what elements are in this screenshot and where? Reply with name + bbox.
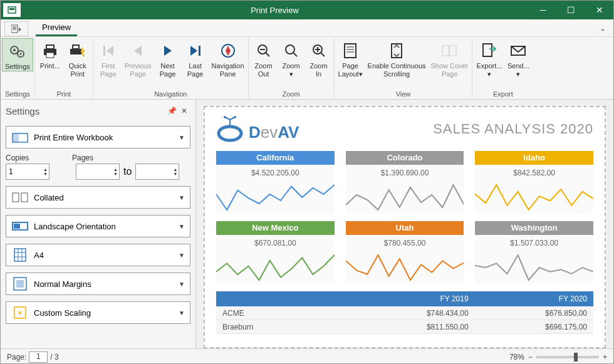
pin-button[interactable]: 📌 (165, 107, 178, 115)
prev-page-icon (128, 41, 148, 61)
data-table: FY 2019 FY 2020 ACME$748.434,00$676.850,… (216, 291, 593, 334)
card-header: California (216, 151, 335, 165)
last-page-button[interactable]: Last Page (182, 38, 209, 78)
maximize-button[interactable]: ☐ (557, 1, 585, 19)
svg-rect-13 (70, 49, 81, 55)
page-layout-button[interactable]: Page Layout▾ (336, 38, 365, 78)
zoom-minus-button[interactable]: − (528, 353, 533, 361)
pages-from-input[interactable]: ▲▼ (76, 164, 120, 180)
zoom-out-button[interactable]: Zoom Out (250, 38, 278, 78)
tab-preview[interactable]: Preview (36, 20, 77, 36)
card-sparkline (475, 251, 593, 284)
svg-rect-39 (21, 193, 28, 202)
logo: DevAV (216, 116, 299, 142)
zoom-slider[interactable] (536, 356, 599, 358)
to-label: to (123, 166, 132, 177)
send-button[interactable]: Send...▾ (504, 38, 532, 78)
card-sparkline (475, 181, 593, 214)
navigation-pane-button[interactable]: Navigation Pane (209, 38, 247, 78)
state-card: New Mexico$670.081,00 (216, 221, 335, 284)
settings-panel: Settings 📌 ✕ Print Entire Workbook ▼ Cop… (1, 100, 196, 348)
statusbar: Page: 1 / 3 78% − + (1, 348, 613, 364)
collated-select[interactable]: Collated▼ (6, 186, 190, 209)
paper-size-select[interactable]: A4▼ (6, 244, 190, 266)
card-sparkline (346, 251, 464, 284)
margins-select[interactable]: Normal Margins▼ (6, 273, 190, 295)
quick-print-button[interactable]: Quick Print (64, 38, 91, 78)
print-button[interactable]: Print... (36, 38, 64, 70)
ribbon-tabs: Preview ⌃ (1, 19, 613, 37)
svg-point-7 (13, 49, 16, 51)
document-menu-button[interactable] (4, 21, 28, 36)
close-panel-button[interactable]: ✕ (178, 107, 190, 115)
export-button[interactable]: Export...▾ (474, 38, 504, 78)
close-button[interactable]: ✕ (585, 1, 613, 19)
svg-rect-15 (103, 46, 105, 56)
next-page-button[interactable]: Next Page (154, 38, 182, 78)
state-card: Washington$1.507.033,00 (475, 221, 593, 284)
group-zoom: Zoom Out Zoom▾ Zoom In Zoom (249, 37, 335, 99)
window-title: Print Preview (21, 6, 529, 15)
logo-icon (216, 116, 246, 142)
svg-rect-42 (14, 249, 26, 261)
pages-to-input[interactable]: ▲▼ (135, 164, 179, 180)
zoom-out-icon (254, 41, 274, 61)
page-icon (340, 41, 360, 61)
svg-rect-38 (13, 193, 19, 202)
workarea: Settings 📌 ✕ Print Entire Workbook ▼ Cop… (1, 100, 613, 348)
svg-rect-14 (73, 45, 79, 49)
pages-label: Pages (72, 153, 93, 162)
card-value: $780.455,00 (346, 235, 464, 251)
card-value: $1.390.690,00 (346, 165, 464, 181)
chevron-down-icon: ▼ (179, 134, 185, 141)
minimize-button[interactable]: ─ (529, 1, 557, 19)
state-card: Colorado$1.390.690,00 (346, 151, 464, 214)
svg-line-22 (293, 53, 297, 56)
zoom-plus-button[interactable]: + (603, 353, 607, 361)
page-number-input[interactable]: 1 (29, 351, 48, 363)
copies-label: Copies (6, 153, 72, 162)
svg-line-24 (321, 53, 325, 56)
scaling-select[interactable]: Custom Scaling▼ (6, 301, 190, 324)
print-scope-select[interactable]: Print Entire Workbook ▼ (6, 126, 190, 148)
collated-icon (11, 190, 29, 205)
scaling-icon (11, 305, 29, 320)
svg-rect-48 (16, 280, 24, 288)
show-cover-page-button[interactable]: Show Cover Page (429, 38, 471, 78)
svg-rect-11 (46, 45, 54, 49)
group-label-view: View (335, 89, 472, 99)
card-sparkline (216, 181, 335, 214)
group-print: Print... Quick Print Print (35, 37, 93, 99)
cover-page-icon (439, 41, 459, 61)
card-header: Idaho (475, 151, 593, 165)
svg-rect-41 (14, 224, 20, 229)
group-settings: Settings Settings (1, 37, 35, 99)
compass-icon (218, 41, 238, 61)
continuous-scrolling-button[interactable]: Enable Continuous Scrolling (365, 38, 429, 78)
zoom-in-button[interactable]: Zoom In (305, 38, 333, 78)
group-navigation: First Page Previous Page Next Page Last … (93, 37, 249, 99)
continuous-icon (387, 41, 407, 61)
gears-icon (8, 41, 28, 61)
card-sparkline (346, 181, 464, 214)
chevron-down-icon: ▼ (179, 252, 185, 259)
collapse-ribbon-button[interactable]: ⌃ (600, 28, 606, 36)
orientation-select[interactable]: Landscape Orientation▼ (6, 215, 190, 237)
svg-point-54 (224, 116, 226, 118)
settings-button[interactable]: Settings (2, 38, 33, 71)
chevron-down-icon: ▼ (179, 281, 185, 288)
previous-page-button[interactable]: Previous Page (122, 38, 154, 78)
card-header: Colorado (346, 151, 464, 165)
state-card: Utah$780.455,00 (346, 221, 464, 284)
copies-input[interactable]: 1▲▼ (6, 164, 49, 180)
zoom-button[interactable]: Zoom▾ (278, 38, 305, 78)
first-page-icon (98, 41, 118, 61)
group-export: Export...▾ Send...▾ Export (472, 37, 533, 99)
group-label-print: Print (35, 89, 93, 99)
last-page-icon (185, 41, 206, 61)
zoom-icon (281, 41, 301, 61)
zoom-in-icon (309, 41, 329, 61)
first-page-button[interactable]: First Page (95, 38, 122, 78)
svg-rect-1 (9, 8, 14, 10)
preview-area[interactable]: DevAV SALES ANALYSIS 2020 California$4.5… (196, 100, 613, 348)
